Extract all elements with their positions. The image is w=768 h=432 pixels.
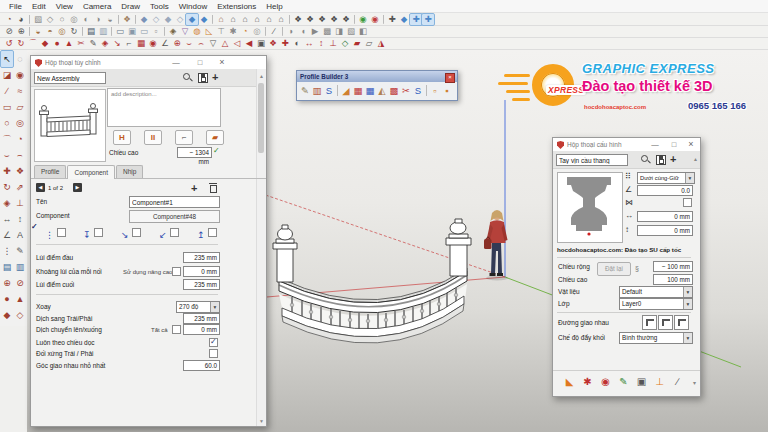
more-tools-chevron[interactable]: ▾ bbox=[693, 379, 696, 386]
material-select[interactable]: Default▾ bbox=[619, 286, 693, 298]
close-icon[interactable]: × bbox=[684, 138, 698, 151]
anchor-option[interactable]: ↥ bbox=[197, 224, 221, 237]
advanced-checkbox[interactable] bbox=[172, 267, 181, 276]
add-icon[interactable]: + bbox=[212, 72, 218, 82]
profile-tool-button[interactable]: ✱ bbox=[581, 375, 594, 389]
toolbar-icon[interactable]: ◕ bbox=[15, 14, 27, 25]
assembly-type-button[interactable]: H bbox=[113, 130, 131, 145]
tab[interactable]: Component bbox=[67, 165, 115, 179]
tool-icon[interactable]: ≈ bbox=[14, 83, 26, 99]
toolbar-icon[interactable]: ⊕ bbox=[15, 26, 27, 37]
toolbar-icon[interactable]: ◆ bbox=[39, 38, 51, 49]
anchor-checkbox[interactable] bbox=[208, 228, 217, 237]
anchor-option[interactable]: ↙ bbox=[159, 224, 183, 237]
height-value[interactable]: 100 mm bbox=[653, 274, 693, 285]
toolbar-icon[interactable]: ◎ bbox=[56, 26, 68, 37]
toolbar-icon[interactable]: ⊕ bbox=[171, 38, 183, 49]
toolbar-icon[interactable]: ▣ bbox=[255, 38, 267, 49]
save-icon[interactable] bbox=[656, 155, 666, 165]
shift-lr-value[interactable]: 235 mm bbox=[183, 313, 220, 324]
toolbar-icon[interactable]: ▣ bbox=[126, 26, 138, 37]
toolbar-icon[interactable]: ▧ bbox=[345, 26, 357, 37]
toolbar-icon[interactable]: ○ bbox=[56, 14, 68, 25]
toolbar-icon[interactable]: ▱ bbox=[363, 38, 375, 49]
toolbar-icon[interactable]: ↺ bbox=[3, 38, 15, 49]
toolbar-icon[interactable]: ⊤ bbox=[215, 26, 227, 37]
balustrade-model[interactable] bbox=[273, 219, 471, 343]
profile-builder-tool[interactable]: S bbox=[412, 84, 424, 98]
mirror-profile-checkbox[interactable] bbox=[683, 198, 692, 207]
menu-item[interactable]: File bbox=[4, 0, 27, 13]
toolbar-icon[interactable]: ❖ bbox=[267, 38, 279, 49]
toolbar-icon[interactable]: ⌂ bbox=[275, 14, 287, 25]
tool-icon[interactable]: ◇ bbox=[14, 307, 26, 323]
toolbar-icon[interactable]: ◺ bbox=[203, 26, 215, 37]
menu-item[interactable]: Tools bbox=[145, 0, 174, 13]
toolbar-icon[interactable]: ▥ bbox=[97, 26, 109, 37]
toolbar-icon[interactable]: ◈ bbox=[99, 38, 111, 49]
tool-icon[interactable]: ▱ bbox=[14, 99, 26, 115]
miter-option-1[interactable] bbox=[642, 315, 657, 330]
anchor-option[interactable]: ⋮ bbox=[45, 224, 69, 237]
anchor-checkbox[interactable] bbox=[170, 228, 179, 237]
shift-ud-value[interactable]: 0 mm bbox=[183, 324, 220, 335]
profile-builder-tool[interactable]: ✎ bbox=[299, 84, 311, 98]
search-icon[interactable] bbox=[183, 73, 192, 82]
rotate-select[interactable]: 270 độ▾ bbox=[176, 301, 220, 313]
scroll-thumb[interactable] bbox=[258, 83, 264, 153]
profile-tool-button[interactable]: ∕ bbox=[671, 375, 684, 389]
toolbar-icon[interactable]: ❖ bbox=[304, 14, 316, 25]
toolbar-icon[interactable]: ▩ bbox=[321, 26, 333, 37]
toolbar-icon[interactable]: ↻ bbox=[68, 26, 80, 37]
maximize-icon[interactable]: □ bbox=[667, 138, 681, 151]
toolbar-icon[interactable]: ◐ bbox=[80, 14, 92, 25]
profile-tool-button[interactable]: ◣ bbox=[563, 375, 576, 389]
toolbar-icon[interactable]: ❖ bbox=[328, 14, 340, 25]
tool-icon[interactable]: ◌ bbox=[14, 51, 26, 67]
minimize-icon[interactable]: — bbox=[648, 138, 662, 151]
tool-icon[interactable]: ↖ bbox=[1, 51, 13, 67]
tool-icon[interactable]: ◎ bbox=[14, 115, 26, 131]
toolbar-icon[interactable]: ❖ bbox=[292, 14, 304, 25]
anchor-position-select[interactable]: Dưới cùng-Giữ▾ bbox=[637, 172, 695, 184]
reset-button[interactable]: Đặt lại bbox=[597, 262, 631, 276]
tool-icon[interactable]: ∠ bbox=[1, 227, 13, 243]
tab[interactable]: Nhịp bbox=[116, 165, 143, 178]
toolbar-icon[interactable]: ∕ bbox=[268, 26, 280, 37]
toolbar-icon[interactable]: ✚ bbox=[422, 14, 434, 25]
dialog-titlebar[interactable]: Hộp thoại tùy chỉnh — □ × bbox=[31, 56, 266, 70]
toolbar-icon[interactable]: ✚ bbox=[279, 38, 291, 49]
assembly-type-button[interactable]: ▰ bbox=[206, 130, 224, 145]
toolbar-icon[interactable]: ◉ bbox=[369, 14, 381, 25]
toolbar-icon[interactable]: ⊥ bbox=[327, 38, 339, 49]
toolbar-icon[interactable]: ∠ bbox=[159, 38, 171, 49]
toolbar-icon[interactable]: ⌣ bbox=[183, 38, 195, 49]
toolbar-icon[interactable]: ▭ bbox=[114, 26, 126, 37]
tool-icon[interactable]: ∕ bbox=[1, 83, 13, 99]
menu-item[interactable]: Extensions bbox=[212, 0, 261, 13]
close-icon[interactable]: × bbox=[215, 56, 229, 69]
toolbar-icon[interactable]: ◉ bbox=[357, 14, 369, 25]
toolbar-icon[interactable]: ▰ bbox=[351, 38, 363, 49]
toolbar-icon[interactable]: ▽ bbox=[179, 26, 191, 37]
scroll-down-icon[interactable]: ▼ bbox=[257, 418, 266, 424]
toolbar-icon[interactable]: ◇ bbox=[44, 14, 56, 25]
toolbar-icon[interactable]: ◗ bbox=[285, 26, 297, 37]
toolbar-icon[interactable]: ⌂ bbox=[239, 14, 251, 25]
min-angle-value[interactable]: 60.0 bbox=[183, 360, 220, 371]
profile-preview[interactable] bbox=[557, 172, 623, 243]
next-component-button[interactable]: ▶ bbox=[73, 183, 82, 192]
tool-icon[interactable]: ✎ bbox=[14, 243, 26, 259]
toolbar-icon[interactable]: ◒ bbox=[104, 14, 116, 25]
toolbar-icon[interactable]: ↻ bbox=[15, 38, 27, 49]
menu-item[interactable]: Draw bbox=[116, 0, 145, 13]
toolbar-icon[interactable]: ❖ bbox=[121, 14, 133, 25]
miter-option-3[interactable] bbox=[674, 315, 689, 330]
scroll-up-icon[interactable]: ▲ bbox=[257, 73, 266, 79]
toolbar-icon[interactable]: ◉ bbox=[147, 38, 159, 49]
tool-icon[interactable]: ✚ bbox=[1, 163, 13, 179]
toolbar-icon[interactable]: ◇ bbox=[174, 14, 186, 25]
tool-icon[interactable]: ◪ bbox=[1, 67, 13, 83]
scale-figure[interactable] bbox=[484, 210, 508, 281]
menu-item[interactable]: Camera bbox=[78, 0, 116, 13]
